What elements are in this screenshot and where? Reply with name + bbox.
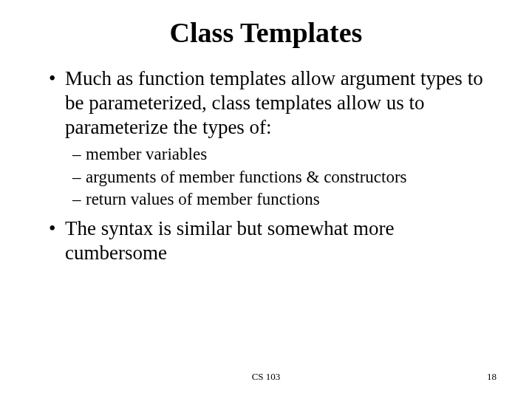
slide: Class Templates Much as function templat… [0, 0, 532, 399]
sub-item: arguments of member functions & construc… [72, 167, 497, 188]
page-number: 18 [487, 371, 497, 383]
sub-item: return values of member functions [72, 189, 497, 211]
sub-item: member variables [72, 144, 497, 166]
bullet-text: Much as function templates allow argumen… [65, 67, 483, 138]
sub-list: member variables arguments of member fun… [65, 144, 497, 211]
bullet-list: Much as function templates allow argumen… [35, 66, 497, 265]
bullet-item: The syntax is similar but somewhat more … [49, 216, 497, 265]
slide-title: Class Templates [35, 16, 497, 49]
footer-course: CS 103 [0, 371, 532, 383]
bullet-text: The syntax is similar but somewhat more … [65, 217, 394, 264]
bullet-item: Much as function templates allow argumen… [49, 66, 497, 211]
